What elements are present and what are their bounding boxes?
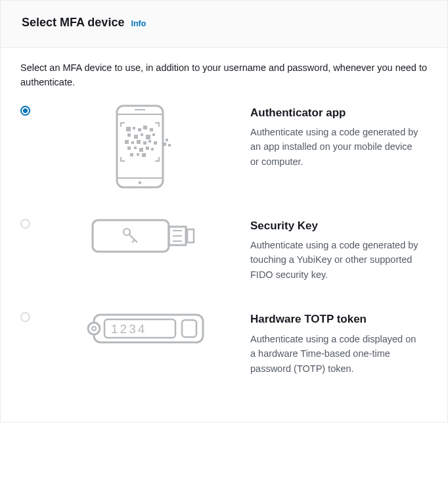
svg-rect-23	[139, 148, 143, 152]
svg-rect-13	[146, 135, 150, 139]
option-description: Authenticate using a code generated by t…	[250, 238, 421, 282]
option-text: Hardware TOTP token Authenticate using a…	[250, 311, 428, 376]
mfa-device-panel: Select MFA device Info Select an MFA dev…	[0, 0, 448, 423]
option-authenticator-app[interactable]: Authenticator app Authenticate using a c…	[20, 102, 428, 215]
svg-point-3	[139, 181, 142, 184]
svg-rect-24	[146, 147, 149, 150]
svg-rect-18	[143, 141, 146, 145]
option-title: Authenticator app	[250, 104, 421, 122]
svg-rect-21	[127, 147, 131, 150]
radio-hardware-token[interactable]	[20, 312, 30, 322]
svg-rect-17	[137, 140, 141, 144]
option-description: Authenticate using a code generated by a…	[250, 125, 421, 169]
svg-rect-15	[125, 140, 129, 144]
svg-rect-5	[126, 127, 131, 131]
radio-authenticator[interactable]	[20, 106, 30, 116]
svg-rect-12	[141, 133, 143, 136]
option-title: Security Key	[250, 218, 421, 235]
svg-rect-9	[150, 128, 153, 131]
security-key-icon	[90, 218, 200, 254]
svg-rect-7	[138, 128, 141, 131]
svg-rect-8	[143, 126, 147, 129]
radio-security-key[interactable]	[20, 219, 30, 229]
svg-rect-6	[133, 127, 135, 129]
svg-rect-11	[134, 135, 138, 139]
svg-rect-22	[134, 147, 137, 149]
svg-rect-19	[148, 140, 151, 143]
panel-header: Select MFA device Info	[1, 1, 447, 48]
svg-rect-30	[163, 143, 166, 146]
svg-rect-27	[137, 153, 139, 156]
svg-rect-26	[130, 153, 133, 156]
svg-rect-16	[131, 141, 134, 144]
radio-cell	[20, 218, 40, 233]
info-link[interactable]: Info	[131, 18, 146, 30]
svg-line-40	[132, 240, 135, 242]
svg-point-42	[88, 323, 100, 334]
svg-rect-29	[166, 139, 168, 141]
option-icon-cell: 1234	[40, 311, 250, 346]
option-icon-cell	[40, 104, 250, 189]
authenticator-app-icon	[105, 104, 185, 189]
intro-text: Select an MFA device to use, in addition…	[20, 61, 428, 90]
radio-cell	[20, 311, 40, 326]
svg-rect-0	[117, 106, 163, 187]
option-hardware-totp-token[interactable]: 1234 Hardware TOTP token Authenticate us…	[20, 308, 428, 396]
option-security-key[interactable]: Security Key Authenticate using a code g…	[20, 215, 428, 309]
svg-rect-28	[142, 153, 146, 157]
svg-rect-45	[182, 320, 196, 337]
svg-rect-31	[168, 144, 171, 147]
panel-title: Select MFA device	[22, 14, 124, 32]
svg-rect-10	[127, 133, 131, 137]
token-display: 1234	[111, 322, 146, 336]
option-icon-cell	[40, 218, 250, 254]
radio-cell	[20, 104, 40, 120]
panel-body: Select an MFA device to use, in addition…	[1, 48, 447, 422]
hardware-token-icon: 1234	[85, 311, 206, 346]
svg-rect-14	[152, 133, 155, 136]
option-description: Authenticate using a code displayed on a…	[250, 332, 421, 376]
option-text: Authenticator app Authenticate using a c…	[250, 104, 428, 170]
option-text: Security Key Authenticate using a code g…	[250, 218, 428, 283]
svg-rect-25	[151, 148, 154, 150]
svg-rect-37	[187, 229, 194, 242]
svg-rect-20	[154, 141, 157, 145]
option-title: Hardware TOTP token	[250, 311, 421, 328]
